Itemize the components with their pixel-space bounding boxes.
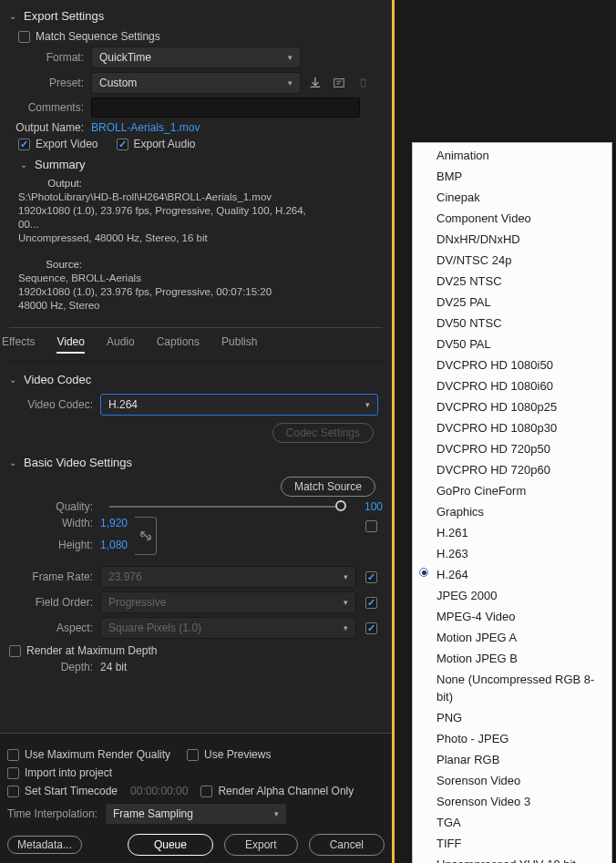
codec-menu-popup[interactable]: AnimationBMPCinepakComponent VideoDNxHR/…	[412, 142, 612, 863]
render-max-depth-label: Render at Maximum Depth	[26, 644, 157, 657]
width-match-checkbox[interactable]	[365, 520, 377, 532]
codec-menu-item[interactable]: Motion JPEG A	[413, 627, 611, 648]
codec-menu-item[interactable]: Planar RGB	[413, 749, 611, 770]
max-render-quality-checkbox[interactable]	[7, 749, 19, 761]
codec-menu-item[interactable]: DVCPRO HD 1080p25	[413, 396, 611, 417]
selected-indicator-icon	[419, 568, 428, 577]
fieldorder-match-checkbox[interactable]	[365, 597, 377, 609]
codec-menu-item[interactable]: GoPro CineForm	[413, 480, 611, 501]
codec-menu-item[interactable]: DV25 NTSC	[413, 271, 611, 292]
codec-menu-item[interactable]: Sorenson Video 3	[413, 791, 611, 812]
codec-menu-item[interactable]: Photo - JPEG	[413, 728, 611, 749]
framerate-dropdown[interactable]: 23.976 ▾	[100, 566, 356, 588]
codec-menu-item[interactable]: None (Uncompressed RGB 8-bit)	[413, 669, 611, 707]
save-preset-icon[interactable]	[306, 74, 324, 92]
framerate-match-checkbox[interactable]	[365, 571, 377, 583]
slider-thumb-icon[interactable]	[335, 500, 346, 511]
quality-value[interactable]: 100	[355, 500, 383, 513]
codec-menu-item[interactable]: BMP	[413, 166, 611, 187]
chevron-down-icon: ⌄	[20, 159, 29, 170]
time-interp-dropdown[interactable]: Frame Sampling ▾	[105, 803, 287, 825]
video-codec-label: Video Codec:	[9, 398, 100, 411]
render-alpha-checkbox[interactable]	[200, 786, 212, 797]
basic-video-title: Basic Video Settings	[24, 456, 132, 469]
codec-menu-item[interactable]: H.261	[413, 522, 611, 543]
width-value[interactable]: 1,920	[100, 517, 128, 529]
codec-menu-item[interactable]: JPEG 2000	[413, 585, 611, 606]
codec-menu-item[interactable]: DV50 NTSC	[413, 313, 611, 334]
format-dropdown[interactable]: QuickTime ▾	[91, 46, 301, 68]
depth-label: Depth:	[9, 661, 100, 673]
basic-video-header[interactable]: ⌄ Basic Video Settings	[9, 452, 383, 473]
export-audio-checkbox[interactable]	[117, 139, 128, 150]
codec-menu-item[interactable]: H.263	[413, 543, 611, 564]
video-codec-header[interactable]: ⌄ Video Codec	[9, 369, 383, 390]
codec-menu-item[interactable]: TGA	[413, 812, 611, 833]
codec-menu-item[interactable]: H.264	[413, 564, 611, 585]
summary-header[interactable]: ⌄ Summary	[9, 154, 383, 175]
max-render-quality-label: Use Maximum Render Quality	[25, 748, 170, 761]
comments-input[interactable]	[91, 98, 360, 118]
format-label: Format:	[9, 51, 91, 64]
codec-menu-item[interactable]: DVCPRO HD 1080p30	[413, 417, 611, 438]
preset-dropdown[interactable]: Custom ▾	[91, 72, 301, 94]
import-preset-icon[interactable]	[330, 74, 348, 92]
codec-menu-item[interactable]: Motion JPEG B	[413, 648, 611, 669]
match-sequence-checkbox[interactable]	[18, 31, 30, 43]
match-sequence-label: Match Sequence Settings	[36, 30, 160, 43]
output-name-label: Output Name:	[9, 121, 91, 134]
summary-title: Summary	[35, 158, 86, 171]
fieldorder-dropdown[interactable]: Progressive ▾	[100, 591, 356, 613]
height-value[interactable]: 1,080	[100, 539, 128, 551]
codec-menu-item[interactable]: Sorenson Video	[413, 770, 611, 791]
export-button[interactable]: Export	[224, 834, 298, 856]
fieldorder-label: Field Order:	[9, 596, 100, 609]
queue-button[interactable]: Queue	[128, 834, 213, 856]
video-codec-dropdown[interactable]: H.264 ▾	[100, 394, 378, 416]
summary-output-body: S:\PhotoLibrary\HD-B-roll\H264\BROLL-Aer…	[18, 190, 319, 245]
quality-slider[interactable]	[109, 506, 346, 508]
tab-publish[interactable]: Publish	[221, 335, 257, 354]
match-source-button[interactable]: Match Source	[281, 477, 375, 497]
codec-menu-item[interactable]: DV/NTSC 24p	[413, 250, 611, 271]
codec-menu-item[interactable]: DVCPRO HD 1080i60	[413, 375, 611, 396]
codec-menu-item[interactable]: TIFF	[413, 833, 611, 854]
codec-menu-item[interactable]: DNxHR/DNxHD	[413, 229, 611, 250]
aspect-match-checkbox[interactable]	[365, 622, 377, 634]
tab-effects[interactable]: Effects	[2, 335, 35, 354]
metadata-button[interactable]: Metadata...	[7, 836, 82, 854]
chevron-down-icon: ⌄	[9, 11, 18, 21]
tab-video[interactable]: Video	[56, 335, 84, 354]
start-tc-value: 00:00:00:00	[130, 785, 188, 797]
link-dimensions-icon[interactable]	[135, 517, 157, 555]
codec-menu-item[interactable]: Graphics	[413, 501, 611, 522]
export-settings-header[interactable]: ⌄ Export Settings	[9, 5, 383, 26]
comments-label: Comments:	[9, 101, 91, 114]
import-project-checkbox[interactable]	[7, 767, 19, 779]
codec-menu-item[interactable]: Component Video	[413, 208, 611, 229]
codec-menu-item[interactable]: DVCPRO HD 720p50	[413, 438, 611, 459]
caret-down-icon: ▾	[344, 572, 348, 581]
panel-title: Export Settings	[24, 9, 104, 23]
codec-menu-item[interactable]: MPEG-4 Video	[413, 606, 611, 627]
codec-menu-item[interactable]: Cinepak	[413, 187, 611, 208]
preset-label: Preset:	[9, 77, 91, 89]
video-codec-title: Video Codec	[24, 373, 91, 386]
tab-audio[interactable]: Audio	[107, 335, 135, 354]
codec-menu-item[interactable]: DVCPRO HD 720p60	[413, 459, 611, 480]
codec-settings-button: Codec Settings	[272, 423, 374, 443]
codec-menu-item[interactable]: Uncompressed YUV 10 bit 4:2:2	[413, 854, 611, 863]
codec-menu-item[interactable]: DV50 PAL	[413, 334, 611, 354]
codec-menu-item[interactable]: DV25 PAL	[413, 292, 611, 313]
set-start-tc-checkbox[interactable]	[7, 786, 19, 797]
use-previews-checkbox[interactable]	[187, 749, 199, 761]
codec-menu-item[interactable]: PNG	[413, 707, 611, 728]
cancel-button[interactable]: Cancel	[309, 834, 385, 856]
output-name-link[interactable]: BROLL-Aerials_1.mov	[91, 121, 200, 134]
aspect-dropdown[interactable]: Square Pixels (1.0) ▾	[100, 617, 356, 639]
codec-menu-item[interactable]: Animation	[413, 145, 611, 166]
render-max-depth-checkbox[interactable]	[9, 645, 21, 657]
tab-captions[interactable]: Captions	[157, 335, 200, 354]
codec-menu-item[interactable]: DVCPRO HD 1080i50	[413, 354, 611, 375]
export-video-checkbox[interactable]	[18, 139, 30, 150]
